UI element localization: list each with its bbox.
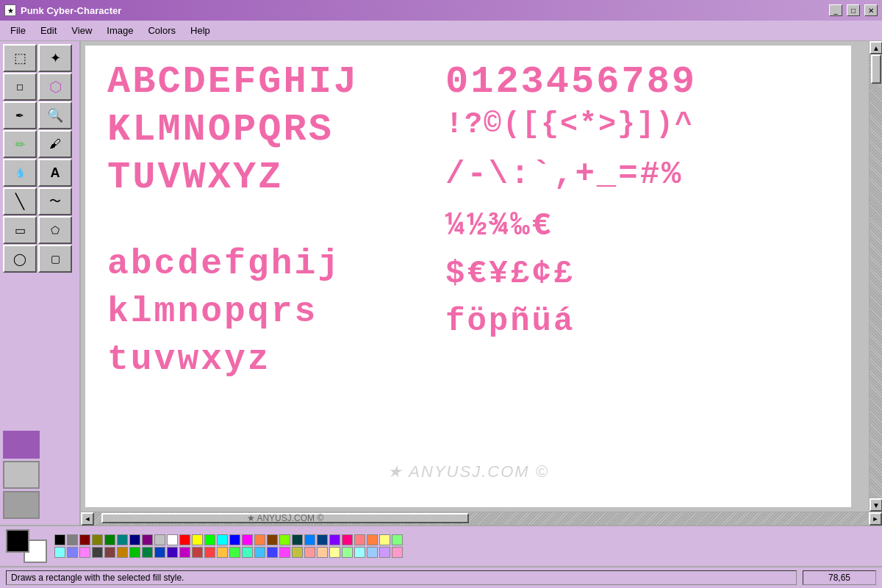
palette-color-swatch[interactable] [92,534,103,545]
palette-color-swatch[interactable] [379,534,390,545]
tool-select-free[interactable]: ✦ [38,44,72,72]
palette-color-swatch[interactable] [254,534,265,545]
palette-color-swatch[interactable] [54,534,65,545]
fill-style-outline[interactable] [3,461,40,489]
palette-color-swatch[interactable] [342,547,353,558]
palette-color-swatch[interactable] [329,547,340,558]
palette-color-swatch[interactable] [254,547,265,558]
palette-color-swatch[interactable] [342,534,353,545]
scroll-track-vertical[interactable] [870,54,882,498]
scroll-left-button[interactable]: ◄ [81,512,94,526]
fill-style-filled[interactable] [3,491,40,519]
palette-color-swatch[interactable] [154,534,165,545]
palette-color-swatch[interactable] [267,547,278,558]
palette-color-swatch[interactable] [229,547,240,558]
palette-color-swatch[interactable] [129,547,140,558]
palette-color-swatch[interactable] [392,547,403,558]
foreground-background-preview [6,529,47,563]
tool-rectangle[interactable]: ▭ [3,216,37,244]
palette-color-swatch[interactable] [217,547,228,558]
palette-color-swatch[interactable] [79,534,90,545]
palette-color-swatch[interactable] [204,534,215,545]
palette-color-swatch[interactable] [167,534,178,545]
menu-file[interactable]: File [3,24,33,37]
tool-airbrush[interactable]: 💧 [3,159,37,187]
menu-edit[interactable]: Edit [33,24,64,37]
tool-curve[interactable]: 〜 [38,187,72,215]
palette-color-swatch[interactable] [292,547,303,558]
toolbar: ⬚ ✦ ◻ ⬡ ✒ 🔍 ✏ 🖌 💧 A ╲ 〜 ▭ ⬠ ◯ ▢ [0,41,81,525]
menu-image[interactable]: Image [99,24,140,37]
palette-color-swatch[interactable] [104,547,115,558]
tool-round-rect[interactable]: ▢ [38,245,72,273]
tool-text[interactable]: A [38,159,72,187]
palette-color-swatch[interactable] [129,534,140,545]
menu-colors[interactable]: Colors [140,24,183,37]
palette-color-swatch[interactable] [192,547,203,558]
palette-color-swatch[interactable] [317,547,328,558]
menu-view[interactable]: View [64,24,99,37]
palette-color-swatch[interactable] [142,534,153,545]
tool-brush[interactable]: 🖌 [38,130,72,158]
tool-polygon[interactable]: ⬠ [38,216,72,244]
palette-color-swatch[interactable] [229,534,240,545]
scroll-right-button[interactable]: ► [869,512,882,526]
palette-color-swatch[interactable] [67,547,78,558]
palette-color-swatch[interactable] [354,534,365,545]
tool-zoom[interactable]: 🔍 [38,101,72,129]
palette-color-swatch[interactable] [279,547,290,558]
tool-pencil[interactable]: ✏ [3,130,37,158]
palette-color-swatch[interactable] [67,534,78,545]
palette-color-swatch[interactable] [192,534,203,545]
palette-color-swatch[interactable] [367,547,378,558]
palette-color-swatch[interactable] [92,547,103,558]
palette-color-swatch[interactable] [167,547,178,558]
palette-color-swatch[interactable] [54,547,65,558]
palette-color-swatch[interactable] [179,547,190,558]
close-button[interactable]: ✕ [864,4,878,16]
palette-color-swatch[interactable] [379,547,390,558]
drawing-canvas[interactable]: ABCDEFGHIJ KLMNOPQRS TUVWXYZ 0123456789 … [85,46,851,507]
status-bar: Draws a rectangle with the selected fill… [0,566,882,588]
palette-color-swatch[interactable] [392,534,403,545]
palette-color-swatch[interactable] [142,547,153,558]
scroll-track-horizontal[interactable]: ★ ANYUSJ.COM © [94,512,869,525]
palette-color-swatch[interactable] [279,534,290,545]
text-currency: $€¥£¢£ [445,255,575,292]
fill-style-border-fill[interactable] [3,431,40,459]
palette-color-swatch[interactable] [117,534,128,545]
minimize-button[interactable]: _ [829,4,842,16]
palette-color-swatch[interactable] [104,534,115,545]
palette-color-swatch[interactable] [79,547,90,558]
palette-color-swatch[interactable] [354,547,365,558]
tool-eraser[interactable]: ◻ [3,73,37,101]
tool-row-4: ✏ 🖌 [3,130,76,158]
tool-color-pick[interactable]: ✒ [3,101,37,129]
foreground-color-box[interactable] [6,529,29,553]
palette-color-swatch[interactable] [292,534,303,545]
palette-color-swatch[interactable] [304,547,315,558]
palette-color-swatch[interactable] [367,534,378,545]
palette-color-swatch[interactable] [117,547,128,558]
scroll-thumb-horizontal[interactable]: ★ ANYUSJ.COM © [101,513,469,523]
maximize-button[interactable]: □ [847,4,860,16]
palette-color-swatch[interactable] [329,534,340,545]
menu-help[interactable]: Help [183,24,218,37]
color-palette-grid [54,534,404,559]
scroll-up-button[interactable]: ▲ [870,41,882,54]
tool-ellipse[interactable]: ◯ [3,245,37,273]
scroll-down-button[interactable]: ▼ [870,498,882,512]
palette-color-swatch[interactable] [267,534,278,545]
palette-color-swatch[interactable] [242,547,253,558]
palette-color-swatch[interactable] [179,534,190,545]
palette-color-swatch[interactable] [217,534,228,545]
scroll-thumb-vertical[interactable] [871,54,881,84]
palette-color-swatch[interactable] [154,547,165,558]
tool-select-rect[interactable]: ⬚ [3,44,37,72]
tool-line[interactable]: ╲ [3,187,37,215]
palette-color-swatch[interactable] [204,547,215,558]
tool-fill[interactable]: ⬡ [38,73,72,101]
palette-color-swatch[interactable] [317,534,328,545]
palette-color-swatch[interactable] [304,534,315,545]
palette-color-swatch[interactable] [242,534,253,545]
